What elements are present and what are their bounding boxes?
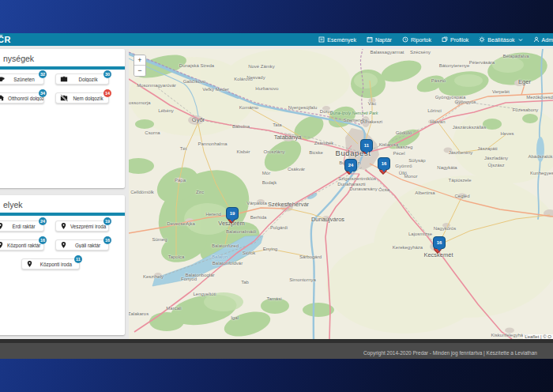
map-place-label: Zalakaros bbox=[129, 311, 149, 316]
activity-filter-nem-dolgozik[interactable]: Nem dolgozik 14 bbox=[55, 92, 109, 104]
count-badge: 30 bbox=[103, 70, 111, 78]
map-place-label: Kunhegyes bbox=[530, 171, 553, 175]
map-place-label: Marcali bbox=[166, 306, 181, 311]
map-place-label: Hurbanovo bbox=[255, 86, 278, 91]
nav-adminisztracio[interactable]: Adminisz bbox=[533, 36, 553, 43]
app-logo[interactable]: ČR bbox=[0, 35, 11, 44]
map-place-label: Ajka bbox=[186, 221, 195, 226]
map-place-label: Üllő bbox=[399, 171, 407, 175]
map-place-label: Gyömrő bbox=[395, 164, 412, 168]
map-place-label: Lengyeltóti bbox=[193, 292, 216, 296]
map-place-label: Vác bbox=[368, 101, 376, 106]
site-filter-veszpremi-iroda[interactable]: Veszprémi iroda 19 bbox=[55, 220, 109, 232]
zoom-out-button[interactable]: − bbox=[134, 66, 145, 76]
footer: Copyright 2014-2020 Predar - Minden jog … bbox=[0, 339, 553, 359]
map-place-label: Dunaharaszti bbox=[337, 182, 365, 187]
nav-naptar[interactable]: Naptár bbox=[367, 36, 392, 43]
map-overlay: BudapestGyőrTatabányaSzékesfehérvárVeszp… bbox=[129, 49, 553, 339]
app-window: ČR Események Naptár Riportok Profilok bbox=[0, 33, 553, 359]
map-place-label: Veľký Meder bbox=[202, 87, 228, 92]
map-place-label: Nyergesújfalu bbox=[288, 105, 318, 110]
panel-accent-rule bbox=[0, 213, 125, 216]
zoom-in-button[interactable]: + bbox=[134, 55, 145, 66]
location-pin-icon bbox=[26, 260, 33, 268]
map-cluster-marker[interactable]: 19 bbox=[226, 207, 239, 220]
nav-beallitasok[interactable]: Beállítások bbox=[479, 36, 522, 43]
map-place-label: Jászapáti bbox=[477, 146, 497, 151]
activity-filter-otthonrol-dolgozik[interactable]: Otthonról dolgozik 34 bbox=[0, 92, 44, 104]
map-place-label: Füzesabony bbox=[513, 107, 539, 112]
map-place-label: Nesvady bbox=[246, 75, 265, 80]
map-place-label: Gyöngyös bbox=[454, 100, 476, 104]
briefcase-slash-icon bbox=[60, 94, 68, 102]
map-place-label: Újszász bbox=[487, 163, 504, 168]
map-place-label: Tatabánya bbox=[274, 134, 302, 141]
calendar-icon bbox=[367, 36, 373, 43]
map-place-label: Sárbogárd bbox=[299, 254, 322, 259]
map-place-label: Cegléd bbox=[454, 194, 469, 198]
map-place-label: Duna-Ipoly Nemzeti Park bbox=[329, 111, 378, 115]
nav-riportok[interactable]: Riportok bbox=[402, 36, 431, 43]
map-place-label: Tápiószele bbox=[448, 178, 471, 183]
activity-filter-label: Szüneten bbox=[5, 77, 43, 82]
site-filter-erdi-raktar[interactable]: Érdi raktár 24 bbox=[0, 220, 44, 232]
map-place-label: Kolárovo bbox=[234, 77, 253, 81]
map-cluster-marker[interactable]: 11 bbox=[360, 139, 373, 152]
map-place-label: Balassagyarmat bbox=[370, 50, 404, 55]
map-place-label: Komárno bbox=[239, 105, 258, 110]
map-place-label: Kistarcsa bbox=[379, 142, 399, 147]
map-place-label: Zirc bbox=[196, 190, 204, 194]
map-place-label: Tét bbox=[180, 146, 187, 151]
form-icon bbox=[318, 36, 325, 43]
map-place-label: Devecser bbox=[167, 221, 186, 226]
count-badge: 32 bbox=[39, 70, 47, 78]
nav-esemenyek[interactable]: Események bbox=[318, 36, 356, 43]
map-place-label: Fonyód bbox=[181, 277, 197, 281]
map-place-label: Eger bbox=[518, 78, 531, 85]
activities-panel-title: nységek bbox=[0, 49, 125, 66]
map-container[interactable]: BudapestGyőrTatabányaSzékesfehérvárVeszp… bbox=[129, 49, 553, 339]
map-place-label: Székesfehérvár bbox=[268, 201, 309, 208]
clock-icon bbox=[402, 36, 408, 43]
map-cluster-marker[interactable]: 16 bbox=[378, 157, 390, 170]
map-attribution[interactable]: Leaflet | © O bbox=[523, 334, 553, 339]
map-place-label: Bélapátfalva bbox=[502, 54, 529, 58]
location-pin-icon bbox=[60, 222, 67, 230]
site-filter-gyali-raktar[interactable]: Gyáli raktár 16 bbox=[55, 239, 109, 251]
panel-accent-rule bbox=[0, 66, 125, 70]
site-filter-label: Központi iroda bbox=[33, 262, 79, 267]
site-filter-kozponti-raktar[interactable]: Központi raktár 16 bbox=[0, 239, 44, 251]
map-place-label: Keszthely bbox=[143, 274, 164, 279]
map-place-label: Jánossomorja bbox=[129, 100, 151, 105]
map-place-label: Balatonalmádi bbox=[226, 229, 256, 234]
activity-filter-dolgozik[interactable]: Dolgozik 30 bbox=[55, 74, 109, 85]
map-cluster-marker[interactable]: 16 bbox=[433, 236, 446, 249]
nav-profilok[interactable]: Profilok bbox=[442, 36, 468, 43]
activity-filter-label: Nem dolgozik bbox=[68, 96, 108, 101]
map-place-label: Bodajk bbox=[262, 180, 276, 185]
count-badge: 11 bbox=[74, 255, 82, 263]
count-badge: 24 bbox=[39, 217, 47, 225]
site-filter-label: Veszprémi iroda bbox=[67, 224, 108, 229]
map-place-label: Balaton bbox=[212, 254, 228, 259]
activity-filter-szuneten[interactable]: Szüneten 32 bbox=[0, 74, 44, 85]
map-place-label: Enying bbox=[263, 247, 277, 251]
map-place-label: Tapolca bbox=[168, 254, 185, 259]
map-place-label: Sümeg bbox=[152, 237, 167, 242]
map-place-label: Balatonboglár bbox=[185, 273, 214, 277]
map-place-label: Pápa bbox=[175, 178, 186, 183]
map-place-label: Jászberény bbox=[449, 150, 473, 155]
main-content: nységek Szüneten 32 Dolgozik 30 Ott bbox=[0, 46, 553, 339]
copyright-text: Copyright 2014-2020 Predar - Minden jog … bbox=[363, 350, 537, 356]
map-place-label: Ócsa bbox=[378, 187, 389, 192]
map-place-label: Tab bbox=[241, 280, 249, 285]
map-place-label: Herend bbox=[205, 212, 221, 217]
count-badge: 34 bbox=[39, 89, 47, 97]
site-filter-kozponti-iroda[interactable]: Központi iroda 11 bbox=[21, 258, 80, 270]
map-place-label: Igal bbox=[231, 315, 239, 320]
map-place-label: Sülysáp bbox=[408, 158, 425, 163]
map-place-label: Szigetszentmiklós bbox=[338, 176, 376, 181]
count-badge: 14 bbox=[103, 89, 111, 97]
map-cluster-marker[interactable]: 24 bbox=[344, 159, 357, 172]
map-place-label: Bátonyterenye bbox=[439, 63, 470, 68]
